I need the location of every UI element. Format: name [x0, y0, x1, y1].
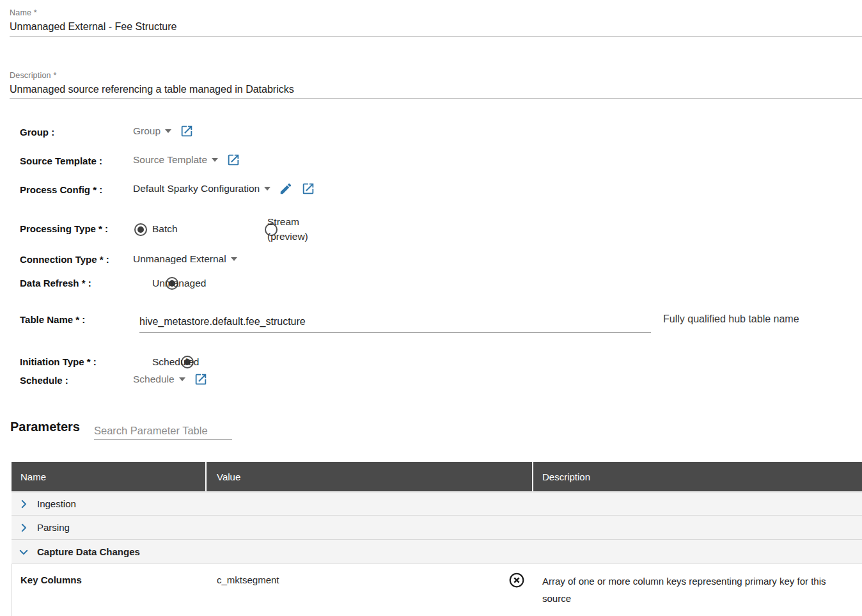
name-field-label: Name * [10, 8, 37, 17]
process-config-label: Process Config * : [20, 183, 102, 197]
process-config-dropdown[interactable]: Default Sparky Configuration [133, 182, 270, 196]
chevron-down-icon [264, 187, 270, 191]
remove-value-icon[interactable] [508, 572, 525, 590]
processing-type-stream-sublabel: (preview) [267, 230, 308, 244]
group-external-link-icon[interactable] [180, 124, 194, 138]
group-label: Group : [20, 125, 54, 139]
schedule-label: Schedule : [20, 374, 68, 388]
parameters-table: Name Value Description Ingestion Parsing… [12, 462, 862, 616]
param-value-cell[interactable]: c_mktsegment [207, 564, 533, 616]
connection-type-label: Connection Type * : [20, 253, 109, 267]
parameters-section-title: Parameters [10, 420, 80, 434]
chevron-down-icon [165, 129, 171, 133]
source-template-external-link-icon[interactable] [226, 153, 240, 167]
parameter-search-input[interactable] [94, 422, 232, 440]
chevron-right-icon[interactable] [18, 522, 29, 533]
initiation-type-label: Initiation Type * : [20, 355, 97, 369]
data-refresh-unmanaged-label: Unmanaged [152, 276, 206, 290]
param-group-capture-data-changes[interactable]: Capture Data Changes [12, 540, 862, 564]
param-group-parsing[interactable]: Parsing [12, 516, 862, 540]
chevron-down-icon [212, 158, 218, 162]
group-dropdown[interactable]: Group [133, 124, 171, 138]
description-field-label: Description * [10, 71, 56, 80]
source-template-dropdown[interactable]: Source Template [133, 153, 218, 167]
description-input[interactable] [10, 81, 862, 99]
processing-type-batch-label: Batch [152, 222, 178, 236]
column-header-value: Value [207, 462, 533, 491]
table-row-key-columns: Key Columns c_mktsegment Array of one or… [12, 564, 862, 616]
processing-type-batch-radio[interactable] [134, 223, 147, 236]
data-refresh-label: Data Refresh * : [20, 276, 91, 290]
source-template-label: Source Template : [20, 154, 102, 168]
process-config-external-link-icon[interactable] [301, 182, 315, 196]
source-config-page: Name * Description * Group : Group Sourc… [0, 0, 862, 616]
processing-type-stream-label: Stream [267, 215, 299, 229]
table-name-label: Table Name * : [20, 313, 85, 327]
chevron-down-icon[interactable] [18, 546, 29, 558]
chevron-right-icon[interactable] [18, 498, 29, 510]
chevron-down-icon [231, 257, 237, 261]
parameters-table-header: Name Value Description [12, 462, 862, 491]
chevron-down-icon [179, 377, 185, 381]
schedule-external-link-icon[interactable] [194, 372, 208, 386]
connection-type-dropdown[interactable]: Unmanaged External [133, 252, 237, 266]
table-name-helper-text: Fully qualified hub table name [663, 312, 799, 326]
table-name-input[interactable] [139, 312, 651, 333]
processing-type-label: Processing Type * : [20, 222, 108, 236]
param-group-ingestion[interactable]: Ingestion [12, 491, 862, 516]
initiation-type-scheduled-label: Scheduled [152, 355, 199, 369]
param-name: Key Columns [12, 564, 207, 616]
param-value: c_mktsegment [217, 574, 279, 585]
process-config-edit-icon[interactable] [279, 182, 293, 196]
column-header-name: Name [12, 462, 207, 491]
column-header-description: Description [533, 462, 862, 491]
param-description: Array of one or more column keys represe… [533, 564, 862, 616]
name-input[interactable] [10, 18, 862, 36]
schedule-dropdown[interactable]: Schedule [133, 372, 185, 386]
